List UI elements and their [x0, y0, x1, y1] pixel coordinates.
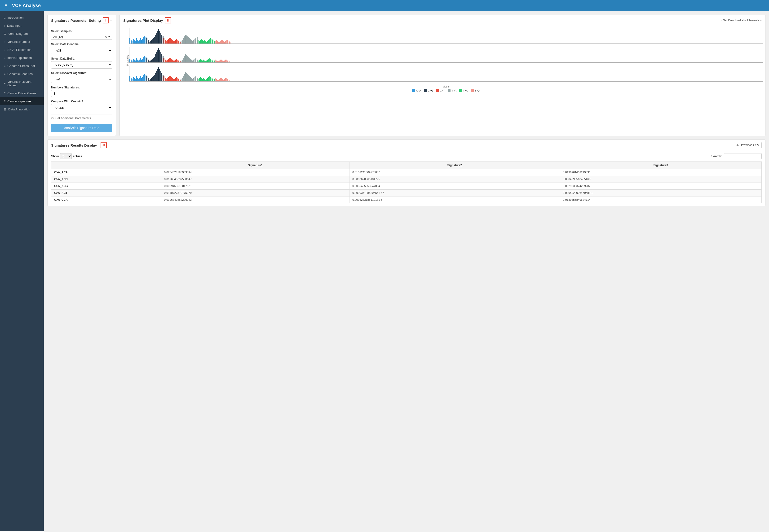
sidebar-item-cancer-driver-genes[interactable]: ≡ Cancer Driver Genes — [0, 89, 44, 97]
results-title-area: Signatures Results Display III — [51, 142, 107, 148]
chart-bar — [139, 60, 140, 62]
cell-sig3: 0.0136961463219331 — [560, 169, 761, 176]
chart-bar — [183, 38, 184, 44]
chart-bar — [161, 35, 162, 44]
chart-bar — [203, 60, 204, 62]
select-genome-dropdown[interactable]: hg38 hg19 — [51, 47, 112, 54]
download-plot-btn[interactable]: ↓ Set Download Plot Elements ▾ — [721, 19, 762, 22]
sidebar-item-venn-diagram[interactable]: ⊂ Venn Diagram — [0, 30, 44, 38]
chart-bar — [149, 80, 149, 81]
legend-item-ct: C>T — [436, 89, 445, 92]
chart-bar — [167, 40, 168, 44]
cell-sig3: 0.0029536374259282 — [560, 183, 761, 190]
select-samples-control[interactable]: All (12) ✕ ▾ — [51, 34, 112, 40]
chart-bar — [212, 61, 213, 62]
chart-bar — [203, 41, 204, 44]
chart-bar — [180, 61, 180, 62]
sidebar-item-introduction[interactable]: ⌂ Introduction — [0, 13, 44, 22]
chevron-down-icon[interactable]: ▾ — [108, 35, 110, 39]
legend-ct-label: C>T — [440, 89, 445, 92]
sidebar-item-indels-exploration[interactable]: ≡ Indels Exploration — [0, 54, 44, 62]
chart-bar — [140, 38, 141, 44]
chart-bar — [180, 80, 180, 81]
additional-params-row[interactable]: ⚙ Set Additional Parameters ... — [51, 114, 112, 122]
select-build-label: Select Data Build: — [51, 57, 112, 60]
chart-bar — [138, 61, 139, 62]
table-row: C>A_ACT 0.0140727310775379 0.00993718858… — [51, 190, 762, 196]
results-body: Show 5 10 25 50 entries Search: — [48, 151, 765, 206]
chart-bar — [226, 40, 227, 44]
chart-bar — [197, 79, 198, 81]
entries-label: entries — [73, 154, 82, 158]
chart-bar — [132, 79, 132, 81]
chart-bar — [131, 60, 132, 62]
search-input[interactable] — [724, 153, 762, 159]
chart-bar — [201, 78, 202, 81]
analyze-button[interactable]: Analysis Signature Data — [51, 124, 112, 132]
download-csv-button[interactable]: ⊕ Download CSV — [734, 142, 762, 148]
results-table: Signature1 Signature2 Signature3 C>A_ACA… — [51, 161, 762, 203]
chart-bar — [187, 56, 188, 62]
cell-sig3: 0.0095022006459588 1 — [560, 190, 761, 196]
sidebar-item-variants-number[interactable]: ≡ Variants Number — [0, 38, 44, 46]
chart-bar — [173, 61, 174, 62]
sidebar-item-genome-circos-plot[interactable]: ≡ Genome Circos Plot — [0, 62, 44, 70]
legend-item-tg: T>G — [471, 89, 480, 92]
chart-bar — [197, 60, 197, 62]
chart-legend: C>A C>G C>T — [129, 89, 763, 92]
chart-bar — [155, 35, 156, 44]
sidebar-item-variants-relevant-genes[interactable]: ≡ Variants Relevant Genes — [0, 78, 44, 89]
num-signatures-input[interactable] — [51, 90, 112, 97]
clear-icon[interactable]: ✕ — [105, 35, 107, 39]
chart-bar — [207, 41, 208, 44]
chart-bar — [178, 41, 179, 44]
cell-motif: C>A_ACT — [51, 190, 161, 196]
venn-icon: ⊂ — [4, 32, 6, 35]
chart-bar — [197, 40, 198, 44]
chart-bar — [187, 74, 188, 81]
chart-bar — [191, 78, 192, 81]
sidebar-item-snvs-exploration[interactable]: ≡ SNVs Exploration — [0, 46, 44, 54]
chart-bar — [148, 60, 149, 62]
chart-bar — [193, 60, 194, 62]
hamburger-menu[interactable]: ≡ — [5, 3, 7, 8]
table-row: C>A_ACG 0.0089463518017821 0.00354953530… — [51, 183, 762, 190]
chart-bar — [140, 58, 141, 62]
table-row: C>A_ACA 0.0264628186969594 0.01032413097… — [51, 169, 762, 176]
chart-bar — [151, 60, 152, 62]
chart-bar — [220, 78, 221, 81]
chart-bar — [158, 67, 159, 81]
compare-cosmic-dropdown[interactable]: FALSE TRUE — [51, 104, 112, 111]
chart-bar — [209, 76, 210, 81]
chart-bar — [178, 61, 179, 62]
minimize-button[interactable]: − — [110, 18, 112, 22]
chart-bar — [162, 36, 163, 44]
sidebar-item-genomic-features[interactable]: ≡ Genomic Features — [0, 70, 44, 78]
chart-bar — [173, 79, 174, 81]
chart-bar — [140, 76, 141, 81]
chart-bar — [207, 78, 208, 81]
chart-bar — [225, 78, 226, 81]
sidebar-item-data-annotation[interactable]: ⊞ Data Annotation — [0, 105, 44, 113]
show-entries-select[interactable]: 5 10 25 50 — [60, 153, 72, 159]
chart-bar — [189, 58, 190, 62]
select-algorithm-dropdown[interactable]: nmf pca — [51, 76, 112, 83]
sidebar-item-data-input[interactable]: ↑ Data Input — [0, 22, 44, 30]
show-label: Show — [51, 154, 59, 158]
chart-bar — [156, 52, 157, 62]
plot-badge: II — [165, 17, 171, 23]
chart-bar — [129, 38, 130, 44]
cell-sig2: 0.0087620563181795 — [349, 176, 560, 183]
chart-bar — [182, 78, 183, 81]
chart-bar — [222, 61, 223, 62]
chart-bar — [173, 41, 174, 44]
chart-bar — [223, 41, 224, 44]
table-header: Signature1 Signature2 Signature3 — [51, 162, 762, 169]
chart-bar — [133, 39, 134, 44]
sidebar-item-cancer-signature[interactable]: ≡ Cancer signature — [0, 97, 44, 105]
chart-bar — [156, 33, 157, 44]
select-build-dropdown[interactable]: SBS (SBS96) DBS ID — [51, 61, 112, 69]
chart-bar — [172, 60, 173, 62]
chart-bar — [132, 61, 132, 62]
select-samples-label: Select samples: — [51, 30, 112, 33]
